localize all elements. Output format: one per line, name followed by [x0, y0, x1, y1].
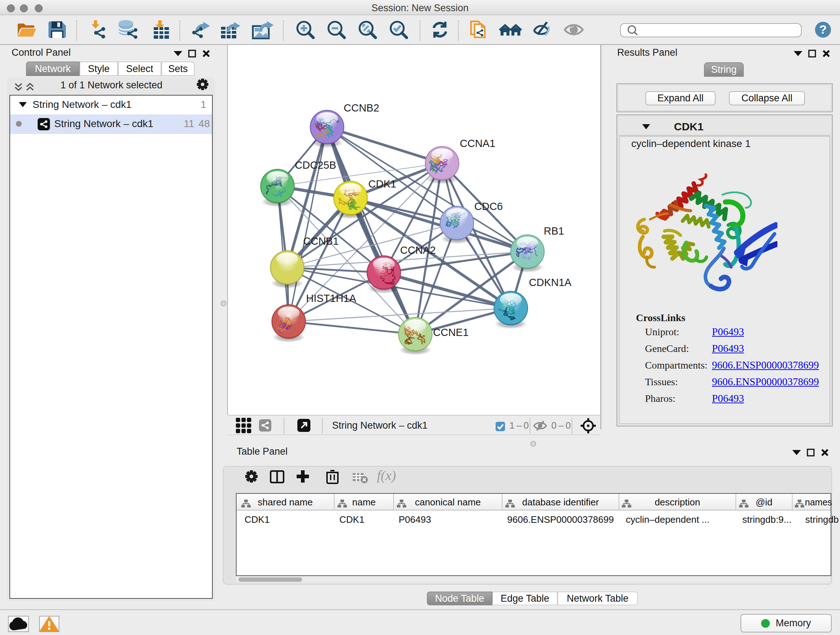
svg-text:CDKN1A: CDKN1A: [529, 277, 572, 288]
svg-text:?: ?: [819, 22, 827, 36]
svg-text:RB1: RB1: [544, 225, 564, 237]
svg-text:CCNB1: CCNB1: [303, 235, 339, 247]
svg-text:CCNE1: CCNE1: [433, 326, 469, 338]
svg-text:CCNB2: CCNB2: [344, 102, 379, 114]
svg-text:CDC25B: CDC25B: [295, 159, 336, 171]
svg-text:CDK1: CDK1: [368, 178, 396, 190]
svg-text:CCNA2: CCNA2: [400, 244, 436, 256]
svg-text:CCNA1: CCNA1: [460, 138, 495, 149]
svg-text:CDC6: CDC6: [474, 201, 503, 212]
svg-text:HIST1H1A: HIST1H1A: [306, 293, 356, 304]
